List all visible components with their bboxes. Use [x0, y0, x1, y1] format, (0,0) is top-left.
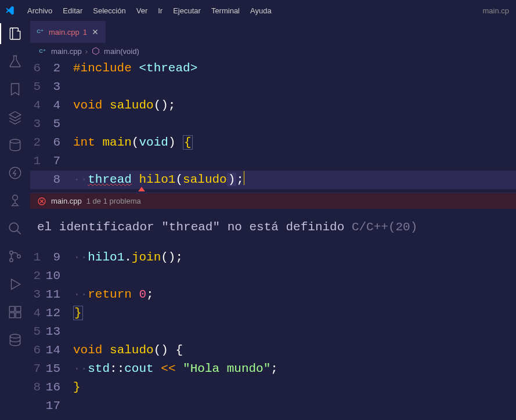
gutter-rel: 2: [30, 133, 45, 152]
gutter-abs: 2: [45, 59, 73, 78]
tab-main-cpp[interactable]: C⁺ main.cpp 1: [30, 21, 106, 43]
error-icon: [37, 197, 46, 206]
gutter-rel: 3: [30, 115, 45, 133]
flask-icon[interactable]: [7, 53, 23, 70]
activity-bar: [0, 21, 30, 420]
svg-text:C⁺: C⁺: [37, 28, 44, 34]
menu-archivo[interactable]: Archivo: [22, 3, 57, 19]
gutter-rel: 4: [30, 96, 45, 115]
extensions-icon[interactable]: [7, 304, 23, 320]
gutter-rel: 1: [30, 152, 45, 171]
gutter-abs: 5: [45, 115, 73, 133]
gutter-abs: 11: [45, 285, 73, 304]
gutter-rel: 3: [30, 285, 45, 304]
gutter-rel: 5: [30, 323, 45, 341]
svg-point-4: [10, 251, 13, 254]
cpp-file-icon: C⁺: [36, 27, 45, 38]
menu-bar: Archivo Editar Selección Ver Ir Ejecutar…: [22, 3, 277, 19]
gutter-abs: 3: [45, 78, 73, 96]
gutter-abs: 6: [45, 133, 73, 152]
titlebar: Archivo Editar Selección Ver Ir Ejecutar…: [0, 0, 516, 21]
search-icon[interactable]: [7, 220, 23, 237]
gutter-abs: 4: [45, 96, 73, 115]
svg-rect-9: [16, 313, 21, 318]
problems-header[interactable]: main.cpp 1 de 1 problema: [30, 193, 516, 209]
database2-icon[interactable]: [7, 332, 23, 348]
menu-ir[interactable]: Ir: [153, 3, 168, 19]
vscode-logo-icon: [5, 5, 15, 16]
gutter-rel: 8: [30, 378, 45, 397]
gutter-rel: 2: [30, 267, 45, 285]
svg-point-11: [10, 334, 20, 338]
svg-text:C⁺: C⁺: [39, 48, 46, 54]
svg-point-1: [9, 167, 21, 179]
error-marker-icon: [30, 189, 516, 193]
tab-problems-badge: 1: [83, 28, 87, 37]
titlebar-filename: main.cp: [482, 6, 511, 15]
gutter-abs: 15: [45, 360, 73, 378]
debug-icon[interactable]: [7, 276, 23, 292]
gutter-abs: 16: [45, 378, 73, 397]
gutter-rel: 5: [30, 78, 45, 96]
menu-ayuda[interactable]: Ayuda: [245, 3, 277, 19]
menu-seleccion[interactable]: Selección: [88, 3, 131, 19]
close-icon[interactable]: [91, 27, 100, 37]
tab-bar: C⁺ main.cpp 1: [30, 21, 516, 43]
source-control-icon[interactable]: [7, 248, 23, 265]
svg-rect-10: [16, 306, 21, 312]
svg-point-6: [17, 255, 20, 258]
gutter-rel: 1: [30, 248, 45, 267]
tab-name: main.cpp: [49, 28, 80, 37]
bolt-icon[interactable]: [7, 165, 23, 181]
breadcrumb[interactable]: C⁺ main.cpp › main(void): [30, 43, 516, 59]
gutter-rel: 4: [30, 304, 45, 323]
svg-point-3: [9, 223, 18, 231]
svg-point-0: [10, 139, 20, 143]
database-icon[interactable]: [7, 137, 23, 153]
menu-terminal[interactable]: Terminal: [206, 3, 245, 19]
gutter-abs: 17: [45, 397, 73, 415]
explorer-icon[interactable]: [7, 26, 23, 42]
gutter-rel: 6: [30, 59, 45, 78]
svg-point-5: [10, 259, 13, 262]
svg-rect-8: [9, 313, 15, 318]
cpp-file-icon: C⁺: [38, 46, 48, 56]
symbol-method-icon: [91, 46, 100, 56]
gutter-abs: 14: [45, 341, 73, 360]
menu-ejecutar[interactable]: Ejecutar: [168, 3, 206, 19]
menu-ver[interactable]: Ver: [131, 3, 153, 19]
problems-file: main.cpp: [51, 192, 82, 211]
chevron-right-icon: ›: [85, 47, 88, 56]
gutter-rel: 7: [30, 360, 45, 378]
breadcrumb-symbol[interactable]: main(void): [104, 47, 139, 56]
svg-point-2: [13, 195, 18, 200]
layers-icon[interactable]: [7, 109, 23, 125]
bookmark-icon[interactable]: [7, 81, 23, 97]
svg-rect-7: [9, 306, 15, 312]
tree-icon[interactable]: [7, 193, 23, 209]
gutter-rel: 6: [30, 341, 45, 360]
code-editor[interactable]: 6 2 #include <thread> 5 3 4 4 void salud…: [30, 59, 516, 420]
gutter-abs: 9: [45, 248, 73, 267]
gutter-abs: 10: [45, 267, 73, 285]
problems-message: el identificador "thread" no está defini…: [30, 209, 516, 248]
menu-editar[interactable]: Editar: [57, 3, 88, 19]
breadcrumb-file[interactable]: main.cpp: [51, 47, 82, 56]
gutter-abs: 8: [45, 171, 73, 189]
gutter-abs: 7: [45, 152, 73, 171]
problems-count: 1 de 1 problema: [86, 192, 141, 211]
gutter-abs: 13: [45, 323, 73, 341]
gutter-abs: 12: [45, 304, 73, 323]
